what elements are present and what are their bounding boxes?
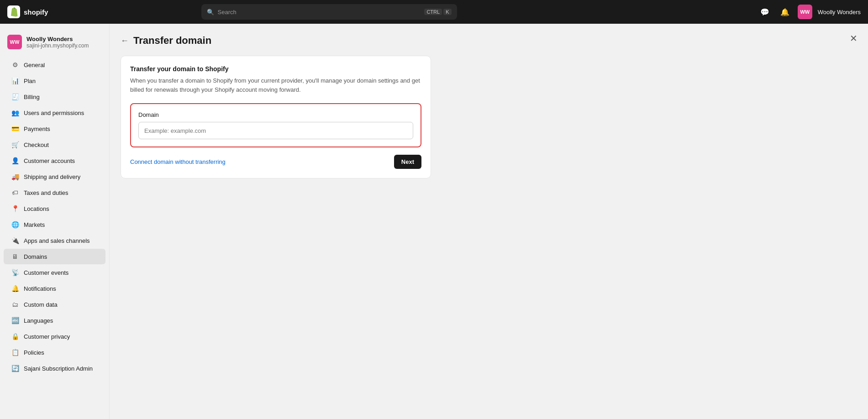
markets-icon: 🌐 — [11, 220, 19, 229]
domain-label: Domain — [138, 111, 413, 118]
users-icon: 👥 — [11, 109, 19, 117]
sidebar-item-custom-data[interactable]: 🗂 Custom data — [4, 297, 105, 312]
back-button[interactable]: ← — [121, 36, 129, 46]
sidebar-item-languages[interactable]: 🔤 Languages — [4, 313, 105, 328]
connect-without-transferring-link[interactable]: Connect domain without transferring — [130, 158, 226, 165]
sidebar-item-label-markets: Markets — [24, 221, 45, 228]
sidebar-item-users[interactable]: 👥 Users and permissions — [4, 105, 105, 120]
main-layout: WW Woolly Wonders sajini-john.myshopify.… — [0, 24, 868, 419]
sidebar-store-domain: sajini-john.myshopify.com — [26, 42, 89, 49]
sidebar-item-label-policies: Policies — [24, 349, 44, 356]
sidebar-item-label-languages: Languages — [24, 317, 53, 324]
search-icon: 🔍 — [207, 9, 214, 16]
sidebar-item-notifications[interactable]: 🔔 Notifications — [4, 281, 105, 296]
content-area: ✕ ← Transfer domain Transfer your domain… — [110, 24, 868, 419]
sidebar-store-avatar: WW — [7, 35, 22, 49]
sidebar-item-label-shipping: Shipping and delivery — [24, 173, 80, 180]
sidebar-item-customer-accounts[interactable]: 👤 Customer accounts — [4, 153, 105, 168]
checkout-icon: 🛒 — [11, 141, 19, 149]
search-bar[interactable]: 🔍 Search CTRL K — [201, 4, 457, 20]
payments-icon: 💳 — [11, 125, 19, 133]
topnav-store-name: Woolly Wonders — [818, 9, 861, 16]
sidebar-item-sajani-subscription[interactable]: 🔄 Sajani Subscription Admin — [4, 361, 105, 376]
k-key: K — [443, 9, 451, 15]
sidebar-item-checkout[interactable]: 🛒 Checkout — [4, 137, 105, 152]
close-button[interactable]: ✕ — [846, 31, 861, 46]
support-icon-button[interactable]: 💬 — [758, 5, 772, 19]
sidebar-item-label-domains: Domains — [24, 253, 47, 260]
policies-icon: 📋 — [11, 348, 19, 356]
general-icon: ⚙ — [11, 61, 19, 69]
sidebar-item-label-customer-privacy: Customer privacy — [24, 333, 70, 340]
sidebar-item-customer-privacy[interactable]: 🔒 Customer privacy — [4, 329, 105, 344]
customer-accounts-icon: 👤 — [11, 157, 19, 165]
sidebar-item-label-apps: Apps and sales channels — [24, 237, 90, 244]
shopify-logo[interactable]: shopify — [7, 5, 48, 18]
sidebar-item-taxes[interactable]: 🏷 Taxes and duties — [4, 185, 105, 200]
domain-section: Domain — [130, 103, 421, 147]
back-arrow-icon: ← — [121, 36, 129, 46]
topnav-avatar[interactable]: WW — [798, 5, 812, 19]
shopify-text: shopify — [24, 8, 48, 16]
sidebar-item-label-locations: Locations — [24, 205, 49, 212]
sidebar-item-label-checkout: Checkout — [24, 141, 49, 148]
domain-input[interactable] — [138, 122, 413, 139]
page-title: Transfer domain — [133, 35, 211, 47]
sidebar-item-label-sajani-subscription: Sajani Subscription Admin — [24, 365, 93, 372]
locations-icon: 📍 — [11, 204, 19, 213]
sajani-subscription-icon: 🔄 — [11, 364, 19, 372]
search-shortcut: CTRL K — [424, 9, 451, 15]
domains-icon: 🖥 — [11, 252, 19, 261]
sidebar-item-label-billing: Billing — [24, 94, 40, 100]
billing-icon: 🧾 — [11, 93, 19, 101]
shipping-icon: 🚚 — [11, 173, 19, 181]
custom-data-icon: 🗂 — [11, 300, 19, 309]
sidebar-item-label-plan: Plan — [24, 78, 36, 84]
sidebar-store-name: Woolly Wonders — [26, 36, 89, 42]
languages-icon: 🔤 — [11, 316, 19, 325]
sidebar-item-apps[interactable]: 🔌 Apps and sales channels — [4, 233, 105, 248]
topnav-right-actions: 💬 🔔 WW Woolly Wonders — [758, 5, 861, 19]
sidebar-item-label-users: Users and permissions — [24, 110, 84, 116]
sidebar-item-domains[interactable]: 🖥 Domains — [4, 249, 105, 264]
apps-icon: 🔌 — [11, 236, 19, 245]
sidebar-item-label-custom-data: Custom data — [24, 301, 58, 308]
card-footer: Connect domain without transferring Next — [130, 155, 421, 169]
sidebar-item-shipping[interactable]: 🚚 Shipping and delivery — [4, 169, 105, 184]
sidebar-item-plan[interactable]: 📊 Plan — [4, 73, 105, 89]
search-placeholder-text: Search — [218, 9, 237, 16]
card-title: Transfer your domain to Shopify — [130, 65, 421, 73]
page-header: ← Transfer domain — [121, 35, 857, 47]
transfer-domain-card: Transfer your domain to Shopify When you… — [121, 56, 431, 178]
sidebar-item-label-payments: Payments — [24, 126, 50, 132]
sidebar-item-label-customer-accounts: Customer accounts — [24, 157, 75, 164]
notifications-icon-button[interactable]: 🔔 — [778, 5, 792, 19]
sidebar-item-customer-events[interactable]: 📡 Customer events — [4, 265, 105, 280]
plan-icon: 📊 — [11, 77, 19, 85]
support-icon: 💬 — [760, 8, 769, 16]
card-description: When you transfer a domain to Shopify fr… — [130, 76, 421, 94]
shopify-logo-icon — [7, 5, 20, 18]
sidebar-item-locations[interactable]: 📍 Locations — [4, 201, 105, 216]
close-icon: ✕ — [850, 33, 857, 44]
sidebar-store-details: Woolly Wonders sajini-john.myshopify.com — [26, 36, 89, 49]
next-button[interactable]: Next — [394, 155, 421, 169]
sidebar-item-label-notifications: Notifications — [24, 285, 56, 292]
sidebar-item-markets[interactable]: 🌐 Markets — [4, 217, 105, 232]
sidebar-item-label-customer-events: Customer events — [24, 269, 68, 276]
sidebar-item-label-general: General — [24, 62, 45, 68]
top-navigation: shopify 🔍 Search CTRL K 💬 🔔 WW Woolly Wo… — [0, 0, 868, 24]
customer-events-icon: 📡 — [11, 268, 19, 277]
sidebar-store-info: WW Woolly Wonders sajini-john.myshopify.… — [0, 31, 109, 57]
sidebar-item-billing[interactable]: 🧾 Billing — [4, 89, 105, 105]
taxes-icon: 🏷 — [11, 189, 19, 197]
ctrl-key: CTRL — [424, 9, 442, 15]
sidebar-item-policies[interactable]: 📋 Policies — [4, 345, 105, 360]
sidebar-navigation: ⚙ General 📊 Plan 🧾 Billing 👥 Users and p… — [0, 57, 109, 376]
bell-icon: 🔔 — [780, 8, 789, 16]
customer-privacy-icon: 🔒 — [11, 332, 19, 340]
sidebar-item-payments[interactable]: 💳 Payments — [4, 121, 105, 136]
sidebar-item-general[interactable]: ⚙ General — [4, 57, 105, 73]
sidebar-item-label-taxes: Taxes and duties — [24, 189, 68, 196]
notifications-icon: 🔔 — [11, 284, 19, 293]
